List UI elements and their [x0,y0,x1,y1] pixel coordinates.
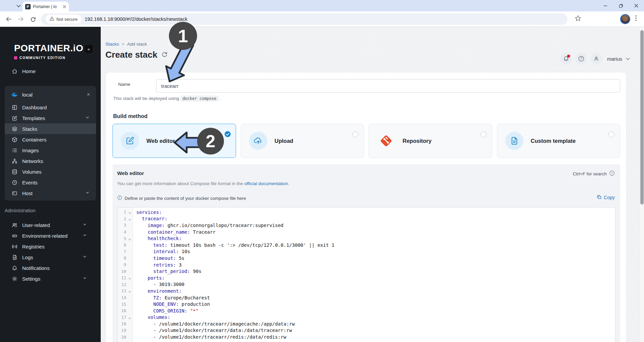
sidebar-item-logs[interactable]: Logs [0,252,101,263]
notification-badge [567,55,570,58]
close-icon[interactable] [86,92,91,98]
fold-chevron-icon[interactable] [126,209,133,215]
window-close-button[interactable] [629,0,644,11]
sidebar-collapse-button[interactable]: « [85,45,93,53]
code-line[interactable]: 9 retries: 3 [118,262,615,268]
sidebar-item-host[interactable]: Host [5,188,96,198]
compose-code-editor[interactable]: 1services:2 tracearr:3 image: ghcr.io/co… [117,207,615,342]
radio-unselected-icon[interactable] [608,131,614,137]
sidebar-item-volumes[interactable]: Volumes [5,166,96,177]
sidebar-item-events[interactable]: Events [5,177,96,188]
code-line[interactable]: 19 - /volume1/docker/tracearr/data:/data… [118,327,615,334]
help-button[interactable]: ? [576,53,587,64]
user-avatar[interactable] [591,53,602,64]
code-line[interactable]: 5 healthcheck: [118,235,615,242]
url-bar[interactable]: Not secure 192.168.1.18:9000/#!/2/docker… [41,13,567,25]
code-line[interactable]: 11 ports: [118,275,615,281]
stack-name-input[interactable] [156,79,620,93]
sidebar-environment-local[interactable]: local [5,89,96,101]
sidebar-item-networks[interactable]: Networks [5,156,96,166]
breadcrumb-stacks-link[interactable]: Stacks [105,42,119,47]
code-line[interactable]: 18 - /volume1/docker/tracearr/imagecache… [118,321,615,327]
fold-spacer [126,330,133,331]
browser-menu-icon[interactable] [635,15,637,22]
help-circle-icon[interactable]: ? [609,170,615,177]
browser-profile-avatar[interactable] [621,15,630,23]
user-menu-chevron-icon[interactable] [626,56,630,62]
refresh-icon[interactable] [162,51,168,59]
sidebar-item-containers[interactable]: Containers [5,134,96,145]
code-line[interactable]: 13 environment: [118,288,615,294]
portainer-logo: PORTAINER.iO [14,43,83,54]
build-method-custom-template[interactable]: Custom template [497,124,620,158]
fold-chevron-icon[interactable] [126,235,133,242]
sidebar-item-templates[interactable]: Templates [5,113,96,123]
code-line[interactable]: 15 NODE_ENV: production [118,301,615,307]
code-line[interactable]: 17 volumes: [118,314,615,321]
browser-tab[interactable]: P Portainer | lo [22,2,69,11]
code-text: tracearr: [133,216,168,221]
browser-toolbar: Not secure 192.168.1.18:9000/#!/2/docker… [0,11,644,27]
radio-unselected-icon[interactable] [480,131,487,137]
sidebar-item-registries[interactable]: Registries [0,241,101,252]
url-text[interactable]: 192.168.1.18:9000/#!/2/docker/stacks/new… [85,16,187,22]
back-button[interactable] [5,15,13,23]
line-number: 8 [118,255,126,261]
define-content-hint: Define or paste the content of your dock… [117,195,246,201]
sidebar-item-images[interactable]: Images [5,145,96,156]
notifications-button[interactable] [560,53,572,64]
sidebar-item-settings[interactable]: Settings [0,273,101,284]
code-line[interactable]: 16 CORS_ORIGIN: "*" [118,307,615,314]
code-line[interactable]: 4 container_name: Tracearr [118,229,615,235]
code-line[interactable]: 2 tracearr: [118,216,615,222]
fold-chevron-icon[interactable] [126,288,133,294]
official-documentation-link[interactable]: official documentation [244,181,288,186]
user-name[interactable]: marius [607,56,622,62]
window-minimize-button[interactable] [598,0,613,11]
code-line[interactable]: 6 test: timeout 10s bash -c ':> /dev/tcp… [118,242,615,248]
scrollbar-thumb[interactable] [640,30,644,205]
build-method-repository[interactable]: Repository [369,124,492,158]
radio-unselected-icon[interactable] [352,131,358,137]
build-method-web-editor[interactable]: Web editor [112,124,236,158]
tab-close-icon[interactable] [63,4,66,10]
copy-button[interactable]: Copy [597,194,615,201]
line-number: 2 [118,216,126,221]
fold-chevron-icon[interactable] [126,216,133,222]
sidebar-item-notifications[interactable]: Notifications [0,263,101,273]
edition-square-icon [14,56,17,59]
fold-spacer [126,297,133,298]
line-number: 13 [118,288,126,293]
code-line[interactable]: 12 - 3019:3000 [118,281,615,288]
svg-text:?: ? [580,57,582,60]
sidebar-item-home[interactable]: Home [0,66,101,76]
fold-chevron-icon[interactable] [126,314,133,321]
code-line[interactable]: 1services: [118,209,615,216]
code-line[interactable]: 3 image: ghcr.io/connorgallopo/tracearr:… [118,222,615,229]
code-line[interactable]: 8 timeout: 5s [118,255,615,262]
code-line[interactable]: 10 start_period: 90s [118,268,615,275]
tab-search-button[interactable] [14,2,23,10]
code-line[interactable]: 7 interval: 10s [118,248,615,255]
sidebar-item-user-related[interactable]: User-related [0,220,101,230]
fold-spacer [126,310,133,311]
code-text: CORS_ORIGIN: "*" [133,308,198,314]
fold-chevron-icon[interactable] [126,275,133,281]
code-line[interactable]: 14 TZ: Europe/Bucharest [118,294,615,301]
build-method-upload[interactable]: Upload [241,124,364,158]
sidebar-item-environment-related[interactable]: Environment-related [0,230,101,241]
bookmark-star-icon[interactable] [575,15,581,23]
code-text: - /volume1/docker/tracearr/redis:/data/r… [133,334,286,340]
fold-spacer [126,225,133,226]
not-secure-chip[interactable]: Not secure [46,15,81,23]
sidebar-item-dashboard[interactable]: Dashboard [5,102,96,113]
breadcrumb: Stacks>Add stack [105,42,147,47]
line-number: 18 [118,321,126,326]
code-line[interactable]: 20 - /volume1/docker/tracearr/redis:/dat… [118,334,615,340]
forward-button[interactable] [17,15,25,23]
reload-button[interactable] [29,15,37,23]
page-scrollbar[interactable] [639,27,644,342]
sidebar-item-stacks[interactable]: Stacks [5,123,96,134]
window-restore-button[interactable] [613,0,629,11]
selected-check-icon [224,131,231,137]
